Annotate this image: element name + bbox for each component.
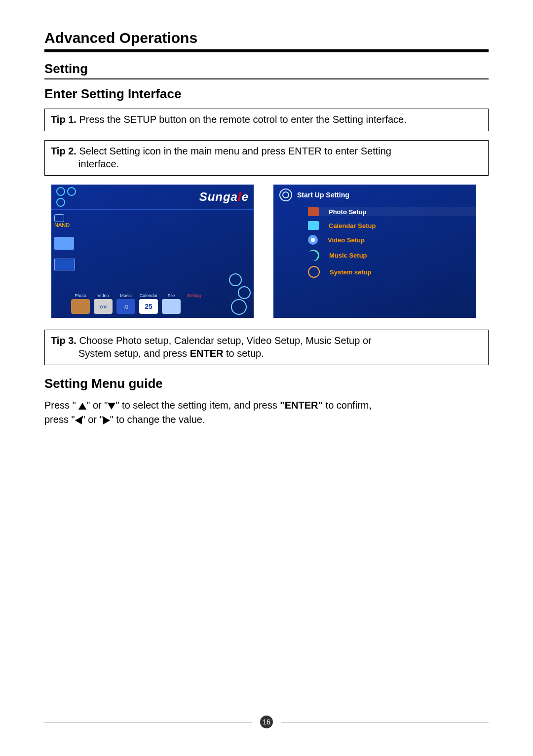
guide-text: Press " [44,400,78,411]
tip-1-box: Tip 1. Press the SETUP button on the rem… [44,109,489,131]
enter-setting-heading: Enter Setting Interface [44,86,489,102]
setting-row-label: Photo Setup [329,208,367,216]
guide-paragraph: Press " " or "" to select the setting it… [44,398,489,427]
brand-logo: Sungale [199,190,249,204]
setting-heading: Setting [44,61,489,76]
down-arrow-icon [108,403,115,410]
guide-text: " to select the setting item, and press [115,400,280,411]
right-arrow-icon [103,416,110,424]
gear-icon [279,189,292,201]
menu-guide-heading: Setting Menu guide [44,376,489,391]
screenshot-setting-list: Start Up Setting Photo Setup Calendar Se… [273,185,476,318]
bubbles-icon [56,187,78,207]
video-icon: »» [94,299,113,314]
setting-list-header: Start Up Setting [273,185,476,205]
left-arrow-icon [75,416,82,424]
manual-page: Advanced Operations Setting Enter Settin… [0,0,533,756]
up-arrow-icon [78,403,86,410]
photo-setup-icon [308,207,319,216]
menu-item-setting[interactable]: Setting [185,293,203,314]
screenshot-main-menu: Sungale NAND Photo Video »» [51,185,254,318]
setting-row-label: Calendar Setup [329,222,376,229]
setting-icon [185,299,203,314]
setting-row-video[interactable]: Video Setup [308,235,476,245]
menu-item-calendar[interactable]: Calendar 25 [139,293,158,314]
thumb-icon-1 [54,237,74,250]
guide-text: press " [44,414,75,425]
thumb-icon-2 [54,259,75,270]
tip-3-line2: System setup, and press ENTER to setup. [51,347,482,360]
storage-icon [54,214,64,222]
brand-text-b: l [238,190,242,203]
menu-label: Video [98,293,109,298]
guide-text: " to change the value. [110,414,205,425]
menu-label: Calendar [140,293,158,298]
menu-label: Photo [75,293,86,298]
tip-2-text: Select Setting icon in the main menu and… [76,146,391,156]
system-setup-icon [308,266,320,278]
menu-label: Setting [187,293,201,298]
setting-row-label: System setup [330,268,372,276]
menu-label: File [168,293,175,298]
guide-text: " or " [86,400,108,411]
calendar-setup-icon [308,221,319,230]
menu-item-music[interactable]: Music ♫ [116,293,135,314]
file-icon [162,299,181,314]
tip-3-label: Tip 3. [51,335,76,346]
tip-2-box: Tip 2. Select Setting icon in the main m… [44,140,489,176]
tip-2-label: Tip 2. [51,146,76,156]
screenshot-row: Sungale NAND Photo Video »» [51,185,489,318]
tip-3-text-line2a: System setup, and press [78,348,190,359]
photo-icon [71,299,90,314]
tip-3-box: Tip 3. Choose Photo setup, Calendar setu… [44,330,489,365]
setting-gears-icon [219,273,251,315]
tip-3-enter: ENTER [190,348,224,359]
footer-rule-right [281,722,489,722]
setting-list: Photo Setup Calendar Setup Video Setup M… [273,205,476,278]
video-setup-icon [308,235,318,245]
menu-item-video[interactable]: Video »» [94,293,113,314]
tip-2-text-line2: interface. [51,157,482,170]
page-footer: 16 [44,716,489,728]
menu-label: Music [120,293,132,298]
page-title: Advanced Operations [44,30,489,46]
setting-row-label: Music Setup [329,252,367,259]
page-number: 16 [260,716,273,728]
calendar-icon: 25 [139,299,158,314]
rule-thin [44,78,489,79]
music-setup-icon [306,248,321,263]
tip-3-text: Choose Photo setup, Calendar setup, Vide… [76,335,372,346]
rule-thick [44,49,489,52]
setting-row-calendar[interactable]: Calendar Setup [308,221,476,230]
nand-label: NAND [54,222,89,228]
tip-1-text: Press the SETUP button on the remote cot… [76,114,407,125]
setting-row-system[interactable]: System setup [308,266,476,278]
setting-list-title: Start Up Setting [297,191,349,199]
main-menu-topbar: Sungale [51,185,254,210]
main-menu-sidebar: NAND [51,210,92,274]
brand-text-c: e [242,190,249,203]
menu-item-photo[interactable]: Photo [71,293,90,314]
tip-1-label: Tip 1. [51,114,76,125]
tip-3-text-tail: to setup. [223,348,264,359]
guide-enter: "ENTER" [280,400,323,411]
guide-text: " or " [82,414,103,425]
setting-row-label: Video Setup [328,236,365,244]
footer-rule-left [44,722,252,722]
brand-text-a: Sunga [199,190,238,203]
menu-item-file[interactable]: File [162,293,181,314]
setting-row-photo[interactable]: Photo Setup [308,207,476,216]
music-icon: ♫ [116,299,135,314]
setting-row-music[interactable]: Music Setup [308,250,476,261]
guide-text: to confirm, [323,400,372,411]
